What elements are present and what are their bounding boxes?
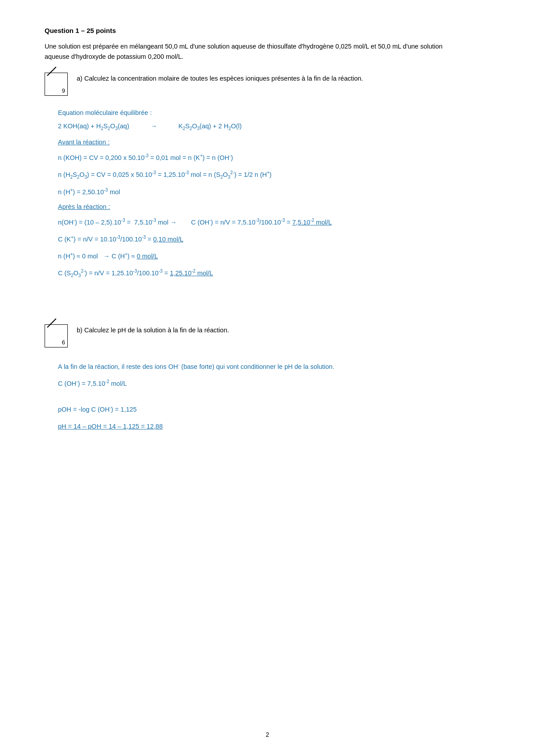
molecular-equation: 2 KOH(aq) + H2S2O3(aq) → K2S2O3(aq) + 2 … — [58, 123, 490, 130]
score-box-a: 9 — [45, 73, 68, 96]
eq-left: 2 KOH(aq) + H2S2O3(aq) — [58, 123, 129, 130]
apres-line-1: n(OH-) = (10 – 2,5).10-3 = 7,5.10-3 mol … — [58, 217, 490, 228]
avant-line-2: n (H2S2O3) = CV = 0,025 x 50.10-3 = 1,25… — [58, 169, 490, 180]
apres-line-2: C (K+) = n/V = 10.10-3/100.10-3 = 0,10 m… — [58, 233, 490, 245]
part-a-label: a) Calculez la concentration molaire de … — [77, 73, 490, 84]
score-b: 6 — [62, 339, 65, 346]
b-line-4: pH = 14 – pOH = 14 – 1,125 = 12,88 — [58, 421, 490, 432]
apres-line-3: n (H+) ≈ 0 mol → C (H+) ≈ 0 mol/L — [58, 250, 490, 262]
part-b-label: b) Calculez le pH de la solution à la fi… — [77, 324, 490, 335]
avant-line-1: n (KOH) = CV = 0,200 x 50.10-3 = 0,01 mo… — [58, 152, 490, 163]
b-line-1: A la fin de la réaction, il reste des io… — [58, 361, 490, 372]
part-a-container: 9 a) Calculez la concentration molaire d… — [45, 73, 490, 96]
avant-label: Avant la réaction : — [58, 139, 490, 146]
content-area-a: Equation moléculaire équilibrée : 2 KOH(… — [58, 109, 490, 279]
page-number: 2 — [266, 731, 269, 738]
part-b-container: 6 b) Calculez le pH de la solution à la … — [45, 324, 490, 347]
b-line-2: C (OH-) = 7,5.10-2 mol/L — [58, 378, 490, 389]
eq-right: K2S2O3(aq) + 2 H2O(l) — [178, 123, 242, 130]
score-a: 9 — [62, 87, 65, 94]
b-line-3: pOH = -log C (OH-) = 1,125 — [58, 404, 490, 415]
apres-label: Après la réaction : — [58, 203, 490, 210]
question-title: Question 1 – 25 points — [45, 27, 490, 34]
intro-text: Une solution est préparée en mélangeant … — [45, 41, 446, 62]
avant-line-3: n (H+) = 2,50.10-3 mol — [58, 186, 490, 198]
score-box-b: 6 — [45, 324, 68, 347]
equation-label: Equation moléculaire équilibrée : — [58, 109, 490, 116]
eq-arrow: → — [151, 123, 157, 130]
content-area-b: A la fin de la réaction, il reste des io… — [58, 361, 490, 432]
apres-line-4: C (S2O32-) = n/V = 1,25.10-3/100.10-3 = … — [58, 267, 490, 279]
